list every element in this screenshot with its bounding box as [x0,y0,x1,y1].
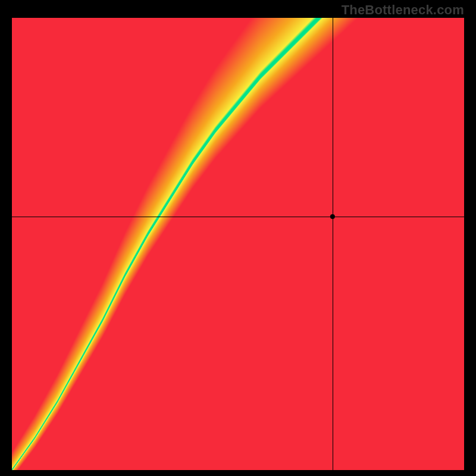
heatmap-plot [12,18,464,470]
crosshair-overlay [12,18,464,470]
watermark-text: TheBottleneck.com [342,2,464,18]
root: TheBottleneck.com [0,0,476,476]
